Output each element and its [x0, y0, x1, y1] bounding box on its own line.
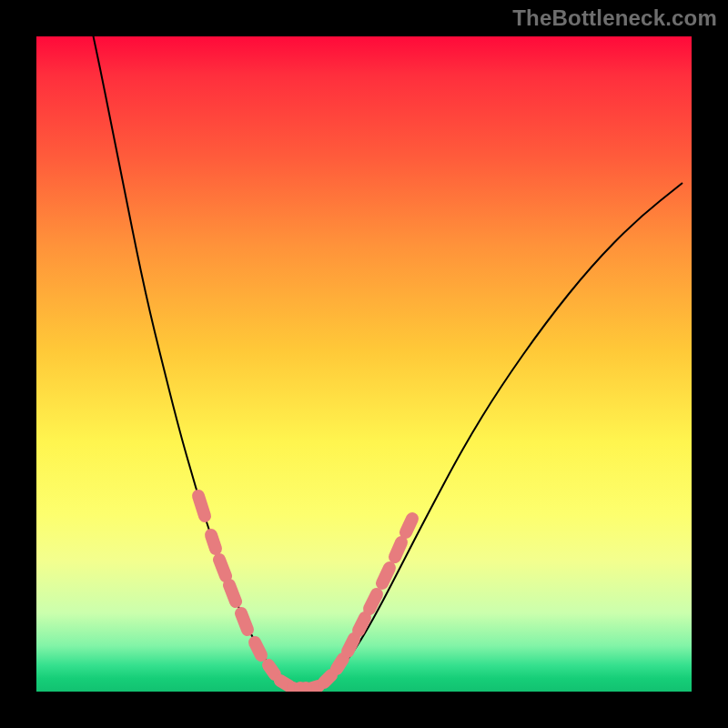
highlight-pill — [324, 675, 331, 682]
highlight-pill — [229, 585, 236, 602]
highlight-markers-right — [309, 519, 412, 689]
highlight-pill — [337, 659, 343, 669]
highlight-pill — [406, 519, 412, 532]
highlight-pill — [211, 535, 216, 549]
highlight-pill — [241, 613, 248, 630]
plot-area — [36, 36, 692, 692]
highlight-markers-bottom — [287, 682, 312, 692]
highlight-pill — [198, 496, 205, 516]
highlight-pill — [219, 560, 226, 576]
highlight-pill — [395, 542, 401, 557]
highlight-pill — [382, 568, 389, 583]
chart-frame: TheBottleneck.com — [0, 0, 728, 728]
watermark-text: TheBottleneck.com — [512, 5, 717, 31]
highlight-pill — [359, 618, 365, 631]
highlight-markers-left — [198, 496, 289, 686]
highlight-pill — [369, 594, 377, 609]
highlight-pill — [268, 665, 275, 674]
highlight-pill — [255, 642, 261, 655]
curve-svg — [36, 36, 692, 692]
highlight-pill — [348, 639, 354, 652]
bottleneck-curve — [91, 36, 682, 690]
